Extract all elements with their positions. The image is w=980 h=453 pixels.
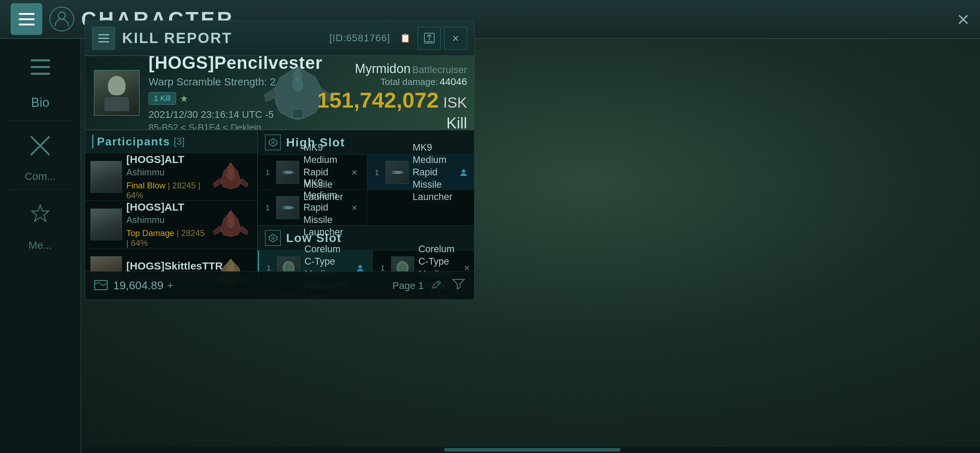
separator2: | xyxy=(126,238,131,248)
svg-rect-58 xyxy=(95,280,107,290)
menu-button[interactable] xyxy=(11,3,42,35)
svg-rect-2 xyxy=(31,66,50,68)
sidebar-medals-icon[interactable] xyxy=(22,197,58,232)
equipment-item-row[interactable]: 1 MK9 Medium RapidMissile Launcher × xyxy=(258,190,367,226)
remove-item-button[interactable]: × xyxy=(347,165,361,180)
isk-unit: ISK xyxy=(443,94,467,111)
modal-menu-button[interactable] xyxy=(92,27,115,50)
participant-2-stats: Top Damage | 28245 | 64% xyxy=(126,228,205,248)
filter-button[interactable] xyxy=(452,278,465,294)
modal-header: KILL REPORT [ID:6581766] 📋 × xyxy=(85,21,474,56)
participant-row[interactable]: [HOGS]ALT Ashimmu Top Damage | 28245 | 6… xyxy=(85,201,257,248)
left-sidebar: Bio Com... Me... xyxy=(0,39,81,453)
participant-1-avatar xyxy=(90,161,122,192)
sidebar-combat-icon[interactable] xyxy=(22,128,58,163)
item-qty: 1 xyxy=(263,168,272,177)
edit-button[interactable] xyxy=(431,279,441,292)
item-qty: 1 xyxy=(372,168,381,177)
isk-value: 151,742,072 xyxy=(317,88,439,112)
modal-close-button[interactable]: × xyxy=(444,27,467,50)
modal-bottom-bar: 19,604.89 + Page 1 xyxy=(85,271,474,300)
participant-1-stats: Final Blow | 28245 | 64% xyxy=(126,181,205,200)
corp-star-icon: ★ xyxy=(180,93,188,105)
svg-point-47 xyxy=(358,265,362,269)
high-slot-right-col: 1 MK9 Medium RapidMissile Launcher xyxy=(367,155,474,226)
participant-1-ship-thumb xyxy=(210,161,252,192)
modal-id: [ID:6581766] xyxy=(329,32,390,44)
low-slot-icon xyxy=(265,230,281,246)
view-item-button[interactable] xyxy=(457,165,471,180)
final-blow-label: Final Blow xyxy=(126,181,165,190)
sidebar-combat-label: Com... xyxy=(25,170,56,183)
item-name-text: MK9 Medium RapidMissile Launcher xyxy=(303,177,343,238)
remove-item-button[interactable]: × xyxy=(347,201,361,215)
modal-actions: × xyxy=(418,27,467,50)
svg-point-14 xyxy=(293,77,303,91)
separator: | xyxy=(177,228,181,238)
svg-rect-40 xyxy=(392,171,395,174)
scrollbar-thumb[interactable] xyxy=(444,448,620,451)
svg-rect-3 xyxy=(31,73,50,75)
svg-point-41 xyxy=(462,169,465,173)
svg-rect-34 xyxy=(283,171,285,174)
participant-2-ship-thumb xyxy=(210,208,252,240)
damage-label: Total damage: xyxy=(380,76,438,87)
participant-2-details: [HOGS]ALT Ashimmu Top Damage | 28245 | 6… xyxy=(126,201,205,248)
participant-2-damage: 28245 xyxy=(181,228,205,238)
high-slot-icon xyxy=(265,134,281,150)
close-icon: × xyxy=(452,32,459,45)
svg-point-19 xyxy=(227,170,234,180)
wallet-add-button[interactable]: + xyxy=(167,279,173,292)
isk-row: 151,742,072 ISK xyxy=(317,87,467,113)
avatar-figure xyxy=(95,71,139,115)
top-damage-label: Top Damage xyxy=(126,228,174,238)
svg-marker-33 xyxy=(291,171,294,174)
svg-marker-43 xyxy=(271,236,275,240)
ship-name-display: Myrmidon Battlecruiser xyxy=(317,61,467,76)
participant-1-damage: 28245 xyxy=(172,181,196,190)
sidebar-divider-1 xyxy=(8,121,72,121)
high-slot-section: High Slot 1 xyxy=(258,130,474,226)
export-button[interactable] xyxy=(418,27,441,50)
copy-icon[interactable]: 📋 xyxy=(400,33,410,43)
sidebar-bio-label: Bio xyxy=(24,92,56,114)
scrollbar-track xyxy=(85,447,980,453)
wallet-amount: 19,604.89 xyxy=(113,279,163,292)
damage-row: Total damage: 44046 xyxy=(317,76,467,87)
participant-2-percent: 64% xyxy=(131,238,148,248)
svg-marker-22 xyxy=(213,226,222,235)
svg-marker-36 xyxy=(291,206,294,209)
modal-hamburger-icon xyxy=(99,34,109,42)
character-icon xyxy=(49,7,74,32)
equipment-item-row[interactable]: 1 MK9 Medium RapidMissile Launcher xyxy=(367,155,474,190)
avatar-body xyxy=(104,97,129,111)
svg-marker-39 xyxy=(401,171,404,174)
app-close-button[interactable]: × xyxy=(957,7,969,32)
participant-1-name: [HOGS]ALT xyxy=(126,153,205,165)
kill-info-right: Myrmidon Battlecruiser Total damage: 440… xyxy=(317,61,467,130)
svg-marker-18 xyxy=(240,178,248,188)
character-banner: [HOGS]Pencilvester Warp Scramble Strengt… xyxy=(85,56,474,130)
ship-class: Battlecruiser xyxy=(412,64,467,75)
avatar-head xyxy=(108,76,126,95)
missile-launcher-icon xyxy=(276,161,299,184)
participant-row[interactable]: [HOGS]ALT Ashimmu Final Blow | 28245 | 6… xyxy=(85,153,257,201)
svg-line-59 xyxy=(438,282,439,284)
svg-marker-17 xyxy=(213,178,222,188)
participant-count: [3] xyxy=(173,136,185,147)
sidebar-menu-icon[interactable] xyxy=(22,49,58,85)
damage-value: 44046 xyxy=(439,76,467,87)
kill-report-modal: KILL REPORT [ID:6581766] 📋 × [HOGS]Penci… xyxy=(85,21,474,300)
sidebar-divider-2 xyxy=(8,189,72,190)
separator: | xyxy=(167,181,172,190)
high-slot-left-col: 1 MK9 Medium RapidMissile Launcher × xyxy=(258,155,367,226)
svg-rect-37 xyxy=(283,206,285,209)
ship-name: Myrmidon xyxy=(355,61,410,76)
participant-1-ship: Ashimmu xyxy=(126,167,205,178)
modal-title: KILL REPORT xyxy=(122,30,323,46)
participants-title: Participants xyxy=(97,135,170,148)
svg-rect-1 xyxy=(31,59,50,61)
character-avatar xyxy=(94,70,140,116)
svg-rect-13 xyxy=(293,109,303,118)
kill-type-label: Kill xyxy=(317,114,467,130)
